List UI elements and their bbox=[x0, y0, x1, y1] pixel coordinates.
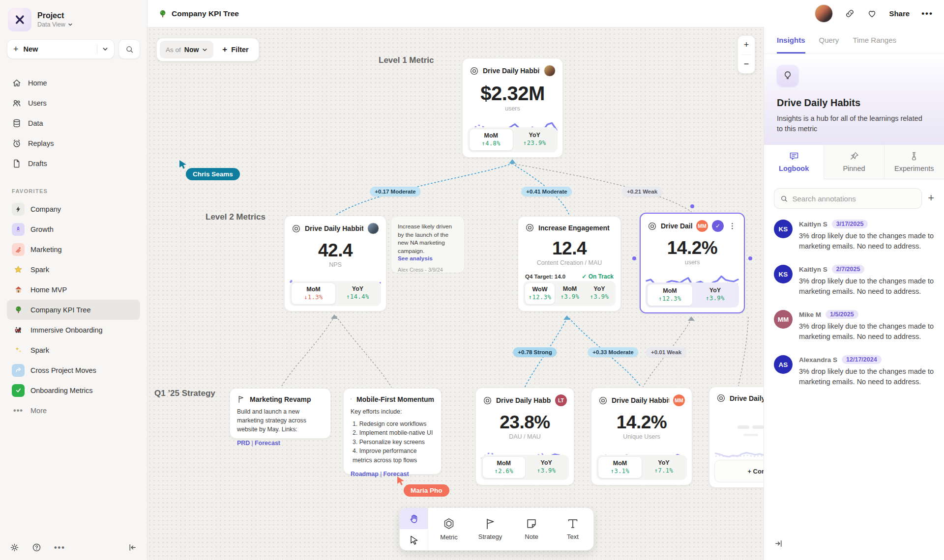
more-options-icon[interactable]: ••• bbox=[54, 543, 65, 552]
roadmap-link[interactable]: Roadmap bbox=[351, 471, 379, 477]
select-tool-button[interactable] bbox=[400, 529, 428, 550]
stat-yoy[interactable]: YoY↑3.9% bbox=[693, 284, 738, 306]
metric-card-unique-users[interactable]: Drive Daily Habbits MM 14.2% Unique User… bbox=[591, 388, 692, 485]
forecast-link[interactable]: Forecast bbox=[255, 440, 280, 447]
sidebar-item-cross-project-moves[interactable]: Cross Project Moves bbox=[7, 360, 140, 380]
level-1-label: Level 1 Metric bbox=[379, 56, 434, 65]
text-tool-button[interactable]: Text bbox=[552, 508, 593, 550]
chevron-down-icon[interactable] bbox=[102, 46, 108, 52]
sidebar-item-company-kpi-tree[interactable]: Company KPI Tree bbox=[7, 300, 140, 320]
sidebar-item-growth[interactable]: Growth bbox=[7, 219, 140, 239]
metric-tool-button[interactable]: Metric bbox=[428, 508, 470, 550]
see-analysis-link[interactable]: See analysis bbox=[398, 255, 458, 262]
metric-card-drive-daily-habbits-l1[interactable]: Drive Daily Habbits $2.32M users MoM↑4.8… bbox=[462, 58, 563, 158]
tree-icon bbox=[158, 9, 167, 18]
help-icon[interactable] bbox=[32, 543, 41, 552]
add-annotation-button[interactable]: + bbox=[928, 193, 934, 204]
stat-mom[interactable]: MoM↑3.1% bbox=[598, 456, 642, 478]
metric-card-unconnected[interactable]: Drive Daily Hab + Connect bbox=[709, 387, 764, 488]
strategy-card-mobile-first-momentum[interactable]: Mobile-First Momentum Key efforts includ… bbox=[343, 388, 442, 475]
owner-avatar[interactable] bbox=[367, 223, 379, 234]
stat-mom[interactable]: MoM↑12.3% bbox=[647, 284, 693, 306]
stat-mom[interactable]: MoM↑3.9% bbox=[555, 282, 585, 305]
tab-query[interactable]: Query bbox=[819, 27, 839, 54]
prd-link[interactable]: PRD bbox=[237, 440, 250, 447]
connect-button[interactable]: + Connect bbox=[714, 460, 764, 482]
stat-mom[interactable]: MoM↑2.6% bbox=[482, 456, 526, 478]
stat-yoy[interactable]: YoY↑3.9% bbox=[526, 456, 568, 478]
kpi-tree-canvas[interactable]: As of Now + Filter + − Level 1 Metric Le… bbox=[148, 27, 764, 560]
tab-time-ranges[interactable]: Time Ranges bbox=[853, 27, 896, 54]
strategy-card-marketing-revamp[interactable]: Marketing Revamp Build and launch a new … bbox=[230, 388, 331, 439]
tool-label: Text bbox=[567, 533, 579, 540]
connection-handle[interactable] bbox=[632, 256, 636, 260]
subtab-logbook[interactable]: Logbook bbox=[764, 145, 824, 179]
sidebar-item-replays[interactable]: Replays bbox=[7, 133, 140, 153]
canvas-toolbar: Metric Strategy Note Text bbox=[399, 507, 594, 551]
connection-handle[interactable] bbox=[748, 256, 752, 260]
view-switcher[interactable]: Data View bbox=[37, 21, 73, 28]
metric-value: 42.4 bbox=[285, 240, 386, 261]
sidebar-item-company[interactable]: Company bbox=[7, 199, 140, 219]
annotation-search[interactable] bbox=[774, 188, 922, 209]
owner-badge[interactable]: MM bbox=[696, 220, 708, 232]
metric-card-dau-mau[interactable]: Drive Daily Habbits LT 23.8% DAU / MAU M… bbox=[475, 388, 574, 485]
metric-card-drive-daily-habbits-nps[interactable]: Drive Daily Habbits 42.4 NPS MoM↓1.3% Yo… bbox=[284, 216, 386, 311]
strategy-tool-button[interactable]: Strategy bbox=[470, 508, 511, 550]
collapse-sidebar-icon[interactable] bbox=[128, 543, 137, 552]
owner-badge[interactable]: MM bbox=[673, 394, 685, 406]
annotation-item[interactable]: AS Alexandra S 12/17/2024 3% drop likely… bbox=[774, 355, 934, 387]
metric-card-drive-daily-habbits-selected[interactable]: Drive Daily Habb.. MM ✓ ⋮ 14.2% users Mo… bbox=[640, 213, 745, 313]
user-avatar[interactable] bbox=[815, 4, 833, 23]
stat-yoy[interactable]: YoY↑3.9% bbox=[585, 282, 614, 305]
avatar: KS bbox=[774, 265, 793, 283]
annotation-item[interactable]: KS Kaitlyn S 2/7/2025 3% drop likely due… bbox=[774, 265, 934, 297]
sidebar-item-spark[interactable]: Spark bbox=[7, 259, 140, 280]
tab-insights[interactable]: Insights bbox=[777, 27, 805, 54]
sidebar-item-users[interactable]: Users bbox=[7, 93, 140, 113]
sidebar-item-more[interactable]: ••• More bbox=[7, 400, 140, 420]
metric-card-increase-engagement[interactable]: Increase Engagement 12.4 Content Creatio… bbox=[518, 216, 621, 311]
annotation-item[interactable]: KS Kaitlyn S 3/17/2025 3% drop likely du… bbox=[774, 220, 934, 252]
share-button[interactable]: Share bbox=[889, 9, 910, 18]
connector-anchor bbox=[563, 315, 570, 320]
collapse-panel-icon[interactable] bbox=[774, 539, 783, 550]
copy-link-icon[interactable] bbox=[845, 8, 855, 19]
subtab-experiments[interactable]: Experiments bbox=[884, 145, 944, 179]
owner-avatar[interactable] bbox=[544, 65, 556, 77]
connection-handle[interactable] bbox=[690, 204, 694, 208]
note-tool-button[interactable]: Note bbox=[511, 508, 552, 550]
sidebar-item-home-mvp[interactable]: Home MVP bbox=[7, 280, 140, 300]
stat-yoy[interactable]: YoY↑7.1% bbox=[642, 456, 685, 478]
as-of-dropdown[interactable]: As of Now bbox=[160, 41, 213, 58]
sidebar-search-button[interactable] bbox=[118, 39, 140, 59]
sidebar-item-drafts[interactable]: Drafts bbox=[7, 153, 140, 173]
add-filter-button[interactable]: + Filter bbox=[215, 45, 255, 55]
owner-badge[interactable]: LT bbox=[555, 394, 567, 406]
stat-mom[interactable]: MoM↓1.3% bbox=[291, 282, 336, 305]
project-switcher[interactable]: Project Data View bbox=[7, 8, 140, 31]
card-menu-icon[interactable]: ⋮ bbox=[728, 224, 737, 228]
sidebar-item-home[interactable]: Home bbox=[7, 73, 140, 93]
subtab-pinned[interactable]: Pinned bbox=[824, 145, 884, 179]
hand-tool-button[interactable] bbox=[400, 508, 428, 529]
note-card[interactable]: Increase likely driven by the launch of … bbox=[391, 217, 464, 273]
overflow-menu-icon[interactable]: ••• bbox=[921, 9, 933, 19]
stat-yoy[interactable]: YoY↑14.4% bbox=[336, 282, 380, 305]
sidebar-item-marketing[interactable]: Marketing bbox=[7, 239, 140, 259]
new-button[interactable]: + New bbox=[7, 39, 115, 59]
favorite-heart-icon[interactable] bbox=[867, 8, 877, 19]
settings-gear-icon[interactable] bbox=[10, 543, 19, 552]
stat-wow[interactable]: WoW↑12.3% bbox=[525, 282, 555, 305]
sidebar-item-spark-2[interactable]: Spark bbox=[7, 340, 140, 360]
stat-mom[interactable]: MoM↑4.8% bbox=[469, 129, 513, 151]
sidebar-item-data[interactable]: Data bbox=[7, 113, 140, 133]
annotation-search-input[interactable] bbox=[792, 195, 915, 203]
zoom-out-button[interactable]: − bbox=[738, 55, 755, 74]
stat-yoy[interactable]: YoY↑23.9% bbox=[513, 129, 557, 151]
sidebar-item-onboarding-metrics[interactable]: Onboarding Metrics bbox=[7, 380, 140, 400]
sidebar-item-immersive-onboarding[interactable]: Immersive Onboarding bbox=[7, 320, 140, 340]
zoom-in-button[interactable]: + bbox=[738, 36, 755, 55]
on-track-status: ✓ On Track bbox=[582, 273, 614, 280]
annotation-item[interactable]: MM Mike M 1/5/2025 3% drop likely due to… bbox=[774, 310, 934, 342]
